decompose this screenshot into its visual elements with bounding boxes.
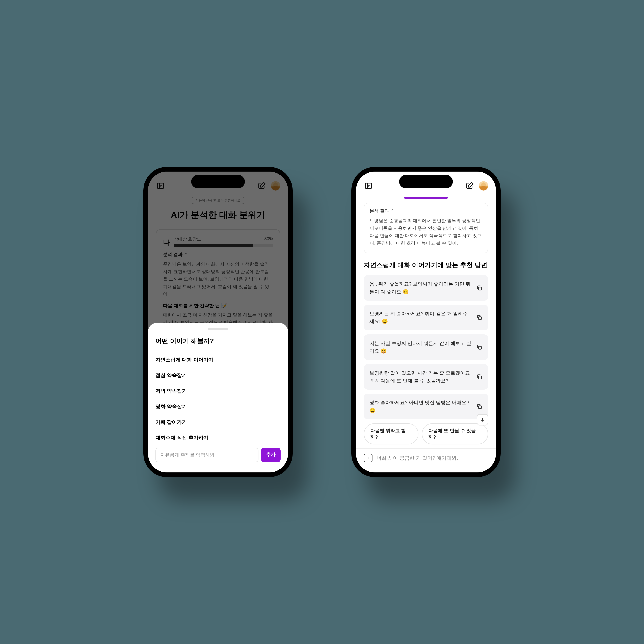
reply-text: 음.. 뭐가 좋을까요? 보영씨가 좋아하는 거면 뭐든지 다 좋아요 😊 — [369, 280, 472, 296]
section-toggle[interactable]: 분석 결과 ⌃ — [370, 208, 482, 214]
accent-bar — [404, 197, 448, 199]
sidebar-toggle-icon[interactable] — [364, 181, 373, 191]
topic-option[interactable]: 점심 약속잡기 — [155, 368, 281, 383]
reply-list: 음.. 뭐가 좋을까요? 보영씨가 좋아하는 거면 뭐든지 다 좋아요 😊 보영… — [364, 275, 488, 419]
reply-text: 보영씨는 뭐 좋아하세요? 취미 같은 거 알려주세요! 😄 — [369, 310, 472, 325]
attach-icon[interactable] — [364, 454, 372, 462]
main-content: 분석 결과 ⌃ 보영님은 준경님과의 대화에서 편안한 말투와 긍정적인 이모티… — [356, 197, 496, 472]
svg-rect-2 — [478, 287, 481, 290]
reply-item[interactable]: 저는 사실 보영씨 만나서 뭐든지 같이 해보고 싶어요 😄 — [364, 334, 488, 360]
copy-icon[interactable] — [476, 403, 482, 410]
topic-option[interactable]: 저녁 약속잡기 — [155, 383, 281, 399]
screen-right: 분석 결과 ⌃ 보영님은 준경님과의 대화에서 편안한 말투와 긍정적인 이모티… — [356, 172, 496, 472]
reply-item[interactable]: 보영씨는 뭐 좋아하세요? 취미 같은 거 알려주세요! 😄 — [364, 305, 488, 330]
copy-icon[interactable] — [476, 344, 482, 350]
bottom-sheet: 어떤 이야기 해볼까? 자연스럽게 대화 이어가기 점심 약속잡기 저녁 약속잡… — [148, 323, 288, 472]
scroll-down-button[interactable] — [477, 414, 488, 425]
suggestion-chips: 다음엔 뭐라고 할까? 다음에 또 만날 수 있을까? — [364, 419, 488, 448]
suggestion-chip[interactable]: 다음에 또 만날 수 있을까? — [422, 423, 488, 444]
phone-left: 기능이 실용 후 오픈 전환하세요 AI가 분석한 대화 분위기 나 상대방 호… — [143, 167, 293, 477]
svg-rect-1 — [365, 183, 371, 189]
copy-icon[interactable] — [476, 314, 482, 321]
reply-text: 영화 좋아하세요? 아니면 맛집 탐방은 어때요? 😄 — [369, 399, 472, 414]
reply-item[interactable]: 영화 좋아하세요? 아니면 맛집 탐방은 어때요? 😄 — [364, 394, 488, 419]
drag-handle[interactable] — [208, 328, 228, 330]
replies-heading: 자연스럽게 대화 이어가기에 맞는 추천 답변 — [364, 261, 488, 269]
svg-rect-4 — [478, 346, 481, 349]
suggestion-chip[interactable]: 다음엔 뭐라고 할까? — [364, 423, 418, 444]
chevron-up-icon: ⌃ — [391, 209, 394, 213]
reply-text: 저는 사실 보영씨 만나서 뭐든지 같이 해보고 싶어요 😄 — [369, 339, 472, 355]
topic-option: 대화주제 직접 추가하기 — [155, 430, 281, 446]
phone-right: 분석 결과 ⌃ 보영님은 준경님과의 대화에서 편안한 말투와 긍정적인 이모티… — [351, 167, 501, 477]
reply-item[interactable]: 음.. 뭐가 좋을까요? 보영씨가 좋아하는 거면 뭐든지 다 좋아요 😊 — [364, 275, 488, 301]
reply-item[interactable]: 보영씨랑 같이 있으면 시간 가는 줄 모르겠어요 ㅎㅎ 다음에 또 언제 볼 … — [364, 364, 488, 390]
topic-option[interactable]: 자연스럽게 대화 이어가기 — [155, 352, 281, 368]
analysis-text: 보영님은 준경님과의 대화에서 편안한 말투와 긍정적인 이모티콘을 사용하면서… — [370, 217, 482, 247]
sheet-title: 어떤 이야기 해볼까? — [155, 337, 281, 345]
screen-left: 기능이 실용 후 오픈 전환하세요 AI가 분석한 대화 분위기 나 상대방 호… — [148, 172, 288, 472]
copy-icon[interactable] — [476, 285, 482, 291]
svg-rect-3 — [478, 317, 481, 320]
analysis-panel: 분석 결과 ⌃ 보영님은 준경님과의 대화에서 편안한 말투와 긍정적인 이모티… — [364, 203, 488, 253]
chat-input-bar: 너희 사이 궁금한 거 있어? 얘기해봐. — [364, 449, 488, 472]
topic-option[interactable]: 영화 약속잡기 — [155, 399, 281, 414]
dynamic-island — [399, 175, 453, 188]
compose-icon[interactable] — [465, 181, 474, 191]
topic-input[interactable]: 자유롭게 주제를 입력해봐 — [155, 448, 258, 462]
add-button[interactable]: 추가 — [261, 448, 281, 462]
avatar[interactable] — [479, 181, 488, 191]
dynamic-island — [191, 175, 245, 188]
topic-option[interactable]: 카페 같이가기 — [155, 414, 281, 430]
chat-input[interactable]: 너희 사이 궁금한 거 있어? 얘기해봐. — [377, 455, 488, 462]
reply-text: 보영씨랑 같이 있으면 시간 가는 줄 모르겠어요 ㅎㅎ 다음에 또 언제 볼 … — [369, 369, 472, 385]
svg-rect-6 — [478, 406, 481, 409]
copy-icon[interactable] — [476, 374, 482, 380]
svg-rect-5 — [478, 376, 481, 379]
